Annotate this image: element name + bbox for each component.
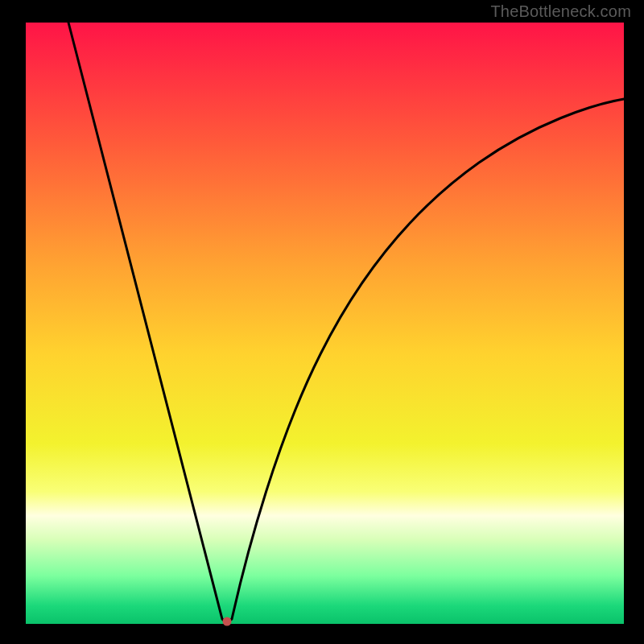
chart-frame: TheBottleneck.com (0, 0, 644, 644)
minimum-marker (223, 617, 232, 626)
plot-area (26, 23, 624, 624)
watermark-text: TheBottleneck.com (490, 2, 631, 21)
